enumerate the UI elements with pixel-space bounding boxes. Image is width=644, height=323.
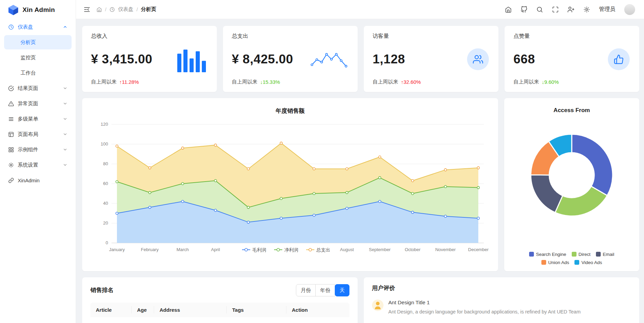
legend-item-email[interactable]: Email bbox=[596, 252, 614, 257]
review-title[interactable]: Ant Design Title 1 bbox=[388, 299, 581, 306]
stat-title: 总支出 bbox=[232, 33, 349, 40]
stat-value: 1,128 bbox=[373, 52, 405, 66]
chevron-down-icon bbox=[63, 101, 68, 106]
sidebar-item-xinadmin[interactable]: XinAdmin bbox=[4, 173, 72, 187]
column-header-action[interactable]: Action bbox=[286, 303, 349, 317]
dashboard-crumb-icon bbox=[109, 7, 115, 12]
user-reviews-title: 用户评价 bbox=[372, 284, 631, 292]
check-circle-icon bbox=[8, 86, 14, 91]
bottom-row: 销售排名 月份 年份 天 Article Age Address Tags Ac… bbox=[82, 277, 639, 323]
trend-indicator: ↓9.60% bbox=[542, 79, 559, 85]
legend-label: Direct bbox=[579, 252, 590, 257]
revenue-mini-bar-chart bbox=[173, 46, 207, 72]
svg-text:净利润: 净利润 bbox=[284, 247, 298, 252]
grid-icon bbox=[8, 147, 14, 153]
access-from-title: Access From bbox=[554, 107, 590, 114]
app-logo[interactable]: Xin Admin bbox=[4, 0, 72, 20]
svg-text:September: September bbox=[369, 247, 391, 252]
stat-card-revenue: 总收入 ¥ 3,415.00 自上周以来 ↑11.28% bbox=[82, 26, 217, 92]
svg-text:40: 40 bbox=[103, 201, 108, 206]
stat-since-label: 自上周以来 bbox=[91, 79, 117, 85]
annual-sales-title: 年度销售额 bbox=[90, 107, 490, 115]
main-area: / 仪表盘 / 分析页 管理员 总收入 bbox=[76, 0, 644, 323]
legend-item-direct[interactable]: Direct bbox=[572, 252, 590, 257]
sidebar-item-exception[interactable]: 异常页面 bbox=[4, 96, 72, 111]
sidebar-item-workbench[interactable]: 工作台 bbox=[4, 66, 72, 80]
sidebar-item-results[interactable]: 结果页面 bbox=[4, 81, 72, 95]
app-root: Xin Admin 仪表盘 分析页 监控页 工作台 结果页面 bbox=[0, 0, 644, 323]
charts-row: 年度销售额 020406080100120JanuaryFebruaryMarc… bbox=[82, 98, 639, 271]
legend-label: Email bbox=[603, 252, 614, 257]
sidebar-item-label: 监控页 bbox=[20, 55, 36, 61]
search-icon[interactable] bbox=[536, 6, 543, 13]
collapse-sidebar-icon[interactable] bbox=[84, 6, 90, 13]
legend-item-search-engine[interactable]: Search Engine bbox=[529, 252, 566, 257]
legend-item-video-ads[interactable]: Video Ads bbox=[574, 260, 602, 265]
donut-slice[interactable] bbox=[555, 186, 607, 216]
logo-cube-icon bbox=[8, 4, 19, 16]
sidebar-item-layout[interactable]: 页面布局 bbox=[4, 127, 72, 141]
segment-day-button[interactable]: 天 bbox=[335, 284, 349, 296]
settings-gear-icon[interactable] bbox=[583, 6, 590, 13]
user-add-icon[interactable] bbox=[568, 6, 574, 13]
sidebar-item-components[interactable]: 示例组件 bbox=[4, 142, 72, 157]
home-button-icon[interactable] bbox=[505, 6, 512, 13]
sales-ranking-title: 销售排名 bbox=[90, 286, 114, 294]
svg-text:毛利润: 毛利润 bbox=[252, 247, 266, 252]
list-item: Ant Design Title 1 Ant Design, a design … bbox=[372, 299, 631, 315]
sidebar-item-monitor[interactable]: 监控页 bbox=[4, 50, 72, 65]
link-icon bbox=[8, 178, 14, 183]
breadcrumb: / 仪表盘 / 分析页 bbox=[96, 6, 156, 13]
sales-table-header: Article Age Address Tags Action bbox=[90, 303, 349, 317]
donut-slice[interactable] bbox=[531, 175, 563, 213]
sidebar-item-label: XinAdmin bbox=[18, 178, 40, 183]
trend-indicator: ↑32.60% bbox=[401, 79, 421, 85]
svg-text:December: December bbox=[468, 247, 489, 252]
segment-year-button[interactable]: 年份 bbox=[315, 284, 335, 296]
svg-text:120: 120 bbox=[101, 122, 108, 127]
column-header-age[interactable]: Age bbox=[132, 303, 154, 317]
thumbs-up-icon bbox=[614, 54, 624, 64]
review-description: Ant Design, a design language for backgr… bbox=[388, 308, 581, 315]
page-content: 总收入 ¥ 3,415.00 自上周以来 ↑11.28% 总支出 ¥ 8,425… bbox=[76, 19, 644, 323]
stat-since-label: 自上周以来 bbox=[513, 79, 539, 85]
sidebar-item-settings[interactable]: 系统设置 bbox=[4, 158, 72, 172]
github-icon[interactable] bbox=[521, 6, 527, 13]
sidebar-item-label: 页面布局 bbox=[18, 131, 38, 138]
legend-label: Union Ads bbox=[548, 260, 569, 265]
sales-ranking-card: 销售排名 月份 年份 天 Article Age Address Tags Ac… bbox=[82, 277, 358, 323]
sidebar-item-dashboard[interactable]: 仪表盘 bbox=[4, 20, 72, 34]
breadcrumb-separator: / bbox=[105, 6, 106, 12]
home-icon[interactable] bbox=[96, 7, 102, 12]
expense-mini-line-chart bbox=[310, 47, 348, 72]
layout-icon bbox=[8, 132, 14, 137]
current-user-name[interactable]: 管理员 bbox=[599, 6, 615, 13]
user-avatar[interactable] bbox=[624, 4, 635, 15]
fullscreen-icon[interactable] bbox=[552, 6, 559, 13]
likes-icon-bubble bbox=[608, 48, 630, 70]
svg-text:100: 100 bbox=[101, 141, 108, 147]
stat-since-label: 自上周以来 bbox=[373, 79, 398, 85]
sidebar-item-label: 多级菜单 bbox=[18, 116, 38, 122]
segment-month-button[interactable]: 月份 bbox=[296, 284, 316, 296]
svg-text:March: March bbox=[177, 247, 189, 252]
sidebar-item-analysis[interactable]: 分析页 bbox=[4, 35, 72, 49]
legend-item-union-ads[interactable]: Union Ads bbox=[541, 260, 569, 265]
column-header-address[interactable]: Address bbox=[154, 303, 227, 317]
sidebar-item-label: 工作台 bbox=[20, 70, 36, 76]
stat-title: 点赞量 bbox=[513, 33, 630, 40]
breadcrumb-item-dashboard[interactable]: 仪表盘 bbox=[118, 6, 133, 13]
chevron-up-icon bbox=[63, 25, 68, 29]
sidebar-item-label: 结果页面 bbox=[18, 85, 38, 92]
sidebar-item-label: 示例组件 bbox=[18, 147, 38, 153]
column-header-tags[interactable]: Tags bbox=[227, 303, 286, 317]
chevron-down-icon bbox=[63, 132, 68, 137]
svg-text:0: 0 bbox=[106, 240, 108, 245]
column-header-article[interactable]: Article bbox=[90, 303, 132, 317]
alert-triangle-icon bbox=[8, 101, 14, 107]
sidebar-item-label: 分析页 bbox=[20, 39, 36, 46]
chevron-down-icon bbox=[63, 117, 68, 121]
sidebar-item-multilevel[interactable]: 多级菜单 bbox=[4, 112, 72, 126]
stat-value: 668 bbox=[513, 52, 535, 66]
svg-text:November: November bbox=[435, 247, 456, 252]
